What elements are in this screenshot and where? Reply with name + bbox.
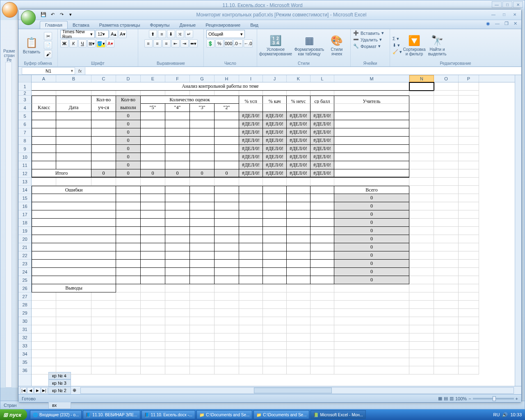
insert-cells-button[interactable]: ➕ Вставить ▾ xyxy=(353,30,384,36)
format-cells-button[interactable]: 🔧 Формат ▾ xyxy=(353,43,381,49)
col-header-L[interactable]: L xyxy=(310,75,334,82)
align-center-icon[interactable]: ≡ xyxy=(153,39,162,48)
col-header-O[interactable]: O xyxy=(434,75,459,82)
select-all-corner[interactable] xyxy=(18,75,31,82)
grow-font-icon[interactable]: A▴ xyxy=(110,30,118,38)
row-header[interactable]: 11 xyxy=(18,161,31,169)
excel-close-icon[interactable]: ✕ xyxy=(510,11,520,18)
formula-input[interactable] xyxy=(85,67,521,75)
comma-icon[interactable]: 000 xyxy=(224,39,233,48)
font-size-combo[interactable]: 12 ▾ xyxy=(96,30,109,38)
orientation-icon[interactable]: ⤭ xyxy=(176,30,184,38)
taskbar-item[interactable]: 🌐 Входящие (232) - o... xyxy=(30,410,82,419)
undo-icon[interactable]: ↶ xyxy=(49,11,56,18)
name-box[interactable]: N1▼ xyxy=(22,67,75,75)
clear-icon[interactable]: 🧹 ▾ xyxy=(393,49,402,55)
help-icon[interactable]: ◉ xyxy=(484,21,492,26)
vertical-scrollbar[interactable] xyxy=(515,75,521,386)
col-header-C[interactable]: C xyxy=(91,75,116,82)
currency-icon[interactable]: 💲 xyxy=(206,39,215,48)
tab-view[interactable]: Вид xyxy=(245,21,263,29)
shrink-font-icon[interactable]: A▾ xyxy=(119,30,127,38)
row-header[interactable]: 35 xyxy=(18,358,31,366)
col-header-H[interactable]: H xyxy=(215,75,239,82)
font-name-combo[interactable]: Times New Rom ▾ xyxy=(60,30,95,38)
row-header[interactable]: 5 xyxy=(18,112,31,120)
sheet-tab[interactable]: кр № 2 xyxy=(48,387,71,394)
row-header[interactable]: 31 xyxy=(18,325,31,333)
row-header[interactable]: 19 xyxy=(18,227,31,235)
tab-review[interactable]: Рецензирование xyxy=(201,21,245,29)
row-header[interactable]: 36 xyxy=(18,366,31,374)
autosum-icon[interactable]: Σ ▾ xyxy=(393,36,402,42)
qat-more-icon[interactable]: ▾ xyxy=(67,11,74,18)
word-max-icon[interactable]: □ xyxy=(502,1,512,8)
sheet-last-icon[interactable]: ▶| xyxy=(41,387,48,394)
row-header[interactable]: 6 xyxy=(18,120,31,128)
row-header[interactable]: 17 xyxy=(18,210,31,219)
row-header[interactable]: 2 xyxy=(18,91,31,96)
sheet-tab[interactable]: вх xyxy=(48,402,71,409)
taskbar-item[interactable]: 📁 C:\Documents and Se... xyxy=(196,410,252,419)
sort-filter-button[interactable]: 🔽Сортировка и фильтр xyxy=(404,33,425,57)
tab-data[interactable]: Данные xyxy=(174,21,201,29)
row-header[interactable]: 4 xyxy=(18,104,31,112)
zoom-slider[interactable] xyxy=(473,398,514,399)
col-header-A[interactable]: A xyxy=(32,75,56,82)
sheet-next-icon[interactable]: ▶ xyxy=(34,387,41,394)
excel-office-button[interactable] xyxy=(21,10,36,25)
row-header[interactable]: 10 xyxy=(18,153,31,161)
row-header[interactable]: 27 xyxy=(18,292,31,301)
row-header[interactable]: 26 xyxy=(18,284,31,292)
align-right-icon[interactable]: ≡ xyxy=(162,39,171,48)
lang-indicator[interactable]: RU xyxy=(493,412,500,417)
system-tray[interactable]: RU 🔊 10:33 xyxy=(490,412,525,418)
tab-layout[interactable]: Разметка страницы xyxy=(94,21,145,29)
row-header[interactable]: 9 xyxy=(18,145,31,153)
align-left-icon[interactable]: ≡ xyxy=(144,39,153,48)
row-header[interactable]: 22 xyxy=(18,251,31,260)
format-painter-icon[interactable]: 🖌 xyxy=(44,50,52,58)
col-header-P[interactable]: P xyxy=(459,75,479,82)
tray-icon[interactable]: 🔊 xyxy=(502,412,508,418)
border-icon[interactable]: ⊞▾ xyxy=(87,39,96,48)
cell-styles-button[interactable]: 🎨Стили ячеек xyxy=(327,33,347,57)
indent-inc-icon[interactable]: ⇥ xyxy=(180,39,189,48)
number-format-combo[interactable]: Общий▾ xyxy=(206,30,245,38)
row-header[interactable]: 28 xyxy=(18,301,31,309)
row-header[interactable]: 29 xyxy=(18,309,31,317)
align-bottom-icon[interactable]: ⬇ xyxy=(167,30,175,38)
col-header-F[interactable]: F xyxy=(165,75,190,82)
row-header[interactable]: 12 xyxy=(18,169,31,178)
redo-icon[interactable]: ↷ xyxy=(58,11,65,18)
row-header[interactable]: 23 xyxy=(18,260,31,268)
cut-icon[interactable]: ✂ xyxy=(44,32,52,40)
sheet-prev-icon[interactable]: ◀ xyxy=(27,387,34,394)
row-header[interactable]: 34 xyxy=(18,350,31,358)
align-top-icon[interactable]: ⬆ xyxy=(149,30,157,38)
row-header[interactable]: 33 xyxy=(18,342,31,350)
find-select-button[interactable]: 🔭Найти и выделить xyxy=(427,33,448,57)
mdi-min-icon[interactable]: — xyxy=(493,21,501,26)
col-header-J[interactable]: J xyxy=(263,75,287,82)
fill-icon[interactable]: ⬇ ▾ xyxy=(393,42,402,48)
wrap-text-icon[interactable]: ↵ xyxy=(185,30,193,38)
font-color-icon[interactable]: A▾ xyxy=(106,39,114,48)
tab-formulas[interactable]: Формулы xyxy=(145,21,175,29)
fill-color-icon[interactable]: 🪣▾ xyxy=(96,39,105,48)
fx-icon[interactable]: fx xyxy=(75,68,85,73)
col-header-D[interactable]: D xyxy=(116,75,141,82)
percent-icon[interactable]: % xyxy=(215,39,224,48)
indent-dec-icon[interactable]: ⇤ xyxy=(171,39,180,48)
new-sheet-icon[interactable]: ⊕ xyxy=(73,388,76,393)
mdi-close-icon[interactable]: ✕ xyxy=(512,21,519,26)
row-header[interactable]: 7 xyxy=(18,128,31,137)
col-header-M[interactable]: M xyxy=(334,75,409,82)
mdi-restore-icon[interactable]: ❐ xyxy=(503,21,510,26)
taskbar-item[interactable]: 📁 C:\Documents and Se... xyxy=(253,410,309,419)
view-normal-icon[interactable]: ▦ xyxy=(438,396,442,401)
col-header-K[interactable]: K xyxy=(287,75,310,82)
row-header[interactable]: 13 xyxy=(18,178,31,186)
row-header[interactable]: 18 xyxy=(18,219,31,227)
excel-max-icon[interactable]: □ xyxy=(499,11,509,18)
